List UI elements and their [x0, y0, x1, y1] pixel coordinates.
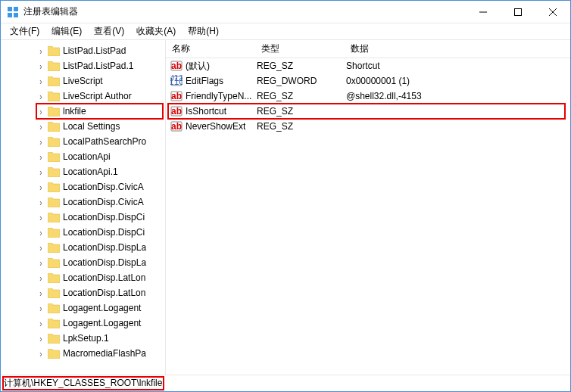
maximize-button[interactable] [501, 1, 535, 23]
menu-file[interactable]: 文件(F) [4, 23, 45, 39]
expand-icon[interactable] [37, 244, 45, 252]
tree-item[interactable]: LocationDisp.CivicA [1, 179, 165, 194]
tree-item-label: LocationApi.1 [63, 166, 118, 177]
svg-rect-5 [515, 8, 522, 15]
expand-icon[interactable] [37, 229, 45, 237]
col-header-data[interactable]: 数据 [345, 42, 570, 55]
col-header-name[interactable]: 名称 [166, 42, 255, 55]
string-value-icon: ab [170, 90, 183, 102]
folder-icon [48, 167, 60, 177]
value-type: REG_SZ [257, 61, 346, 71]
expand-icon[interactable] [37, 334, 45, 343]
folder-icon [48, 349, 60, 359]
tree-item-label: MacromediaFlashPa [63, 348, 146, 359]
svg-rect-1 [14, 7, 18, 11]
window-title: 注册表编辑器 [23, 5, 466, 18]
tree-item[interactable]: LocationDisp.DispCi [1, 210, 165, 225]
tree-item[interactable]: LocationDisp.CivicA [1, 194, 165, 210]
tree-item[interactable]: ListPad.ListPad.1 [1, 58, 165, 73]
string-value-icon: ab [170, 120, 183, 132]
tree-item-label: LpkSetup.1 [63, 333, 109, 344]
value-type: REG_SZ [257, 121, 346, 132]
tree-item[interactable]: LocationApi.1 [1, 164, 165, 179]
expand-icon[interactable] [37, 153, 45, 161]
expand-icon[interactable] [37, 213, 45, 222]
tree-item[interactable]: Local Settings [1, 119, 165, 134]
folder-icon [48, 213, 60, 222]
svg-text:ab: ab [171, 106, 182, 117]
value-row[interactable]: abIsShortcutREG_SZ [166, 104, 570, 119]
menu-edit[interactable]: 编辑(E) [45, 23, 88, 39]
close-button[interactable] [535, 1, 570, 23]
tree-item[interactable]: LiveScript [1, 73, 165, 89]
col-header-type[interactable]: 类型 [255, 42, 345, 55]
status-bar: 计算机\HKEY_CLASSES_ROOT\lnkfile [1, 375, 570, 391]
string-value-icon: ab [170, 60, 183, 72]
binary-value-icon: 011110 [170, 75, 183, 87]
svg-text:110: 110 [170, 76, 183, 87]
value-type: REG_SZ [257, 91, 346, 101]
tree-item[interactable]: LocationDisp.DispCi [1, 225, 165, 240]
expand-icon[interactable] [37, 259, 45, 267]
tree-item-label: LocationDisp.DispCi [63, 227, 145, 238]
expand-icon[interactable] [37, 107, 45, 116]
menu-view[interactable]: 查看(V) [88, 23, 130, 39]
value-name: FriendlyTypeN... [186, 91, 257, 101]
expand-icon[interactable] [37, 47, 45, 55]
tree-item[interactable]: LocationApi [1, 149, 165, 164]
tree-item-label: lnkfile [63, 106, 86, 117]
menu-help[interactable]: 帮助(H) [182, 23, 225, 39]
tree-item[interactable]: lnkfile [1, 104, 165, 119]
menu-bar: 文件(F) 编辑(E) 查看(V) 收藏夹(A) 帮助(H) [1, 23, 570, 40]
folder-icon [48, 273, 60, 283]
expand-icon[interactable] [37, 183, 45, 191]
value-name: IsShortcut [186, 106, 257, 117]
expand-icon[interactable] [37, 198, 45, 207]
expand-icon[interactable] [37, 319, 45, 328]
svg-rect-3 [14, 13, 18, 17]
expand-icon[interactable] [37, 350, 45, 358]
string-value-icon: ab [170, 105, 183, 117]
expand-icon[interactable] [37, 304, 45, 313]
tree-item[interactable]: LpkSetup.1 [1, 331, 165, 346]
expand-icon[interactable] [37, 168, 45, 176]
tree-item[interactable]: LocationDisp.LatLon [1, 285, 165, 300]
values-pane[interactable]: 名称 类型 数据 ab(默认)REG_SZShortcut011110EditF… [166, 40, 570, 375]
expand-icon[interactable] [37, 62, 45, 70]
tree-item[interactable]: LiveScript Author [1, 89, 165, 104]
tree-item-label: LocalPathSearchPro [63, 136, 146, 147]
folder-icon [48, 303, 60, 313]
folder-icon [48, 61, 60, 71]
tree-item[interactable]: ListPad.ListPad [1, 43, 165, 58]
menu-favorites[interactable]: 收藏夹(A) [130, 23, 182, 39]
expand-icon[interactable] [37, 123, 45, 131]
list-header: 名称 类型 数据 [166, 40, 570, 58]
expand-icon[interactable] [37, 92, 45, 101]
tree-pane[interactable]: ListPad.ListPadListPad.ListPad.1LiveScri… [1, 40, 166, 375]
svg-text:ab: ab [171, 121, 182, 132]
tree-item[interactable]: LocationDisp.DispLa [1, 240, 165, 255]
folder-icon [48, 76, 60, 86]
tree-item[interactable]: LocationDisp.LatLon [1, 270, 165, 285]
value-row[interactable]: abNeverShowExtREG_SZ [166, 119, 570, 134]
value-data: 0x00000001 (1) [346, 76, 570, 86]
value-row[interactable]: ab(默认)REG_SZShortcut [166, 58, 570, 73]
tree-item[interactable]: MacromediaFlashPa [1, 346, 165, 361]
folder-icon [48, 182, 60, 192]
tree-item-label: LiveScript [63, 76, 103, 86]
tree-item[interactable]: Logagent.Logagent [1, 300, 165, 316]
list-body: ab(默认)REG_SZShortcut011110EditFlagsREG_D… [166, 58, 570, 134]
tree-item-label: LocationDisp.DispLa [63, 242, 146, 253]
expand-icon[interactable] [37, 274, 45, 282]
tree-item[interactable]: LocalPathSearchPro [1, 134, 165, 149]
tree-item[interactable]: LocationDisp.DispLa [1, 255, 165, 270]
value-row[interactable]: abFriendlyTypeN...REG_SZ@shell32.dll,-41… [166, 89, 570, 104]
expand-icon[interactable] [37, 289, 45, 297]
expand-icon[interactable] [37, 77, 45, 86]
minimize-button[interactable] [466, 1, 501, 23]
tree-item-label: Logagent.Logagent [63, 318, 141, 328]
content-area: ListPad.ListPadListPad.ListPad.1LiveScri… [1, 40, 570, 375]
tree-item[interactable]: Logagent.Logagent [1, 316, 165, 331]
expand-icon[interactable] [37, 138, 45, 146]
value-row[interactable]: 011110EditFlagsREG_DWORD0x00000001 (1) [166, 73, 570, 89]
